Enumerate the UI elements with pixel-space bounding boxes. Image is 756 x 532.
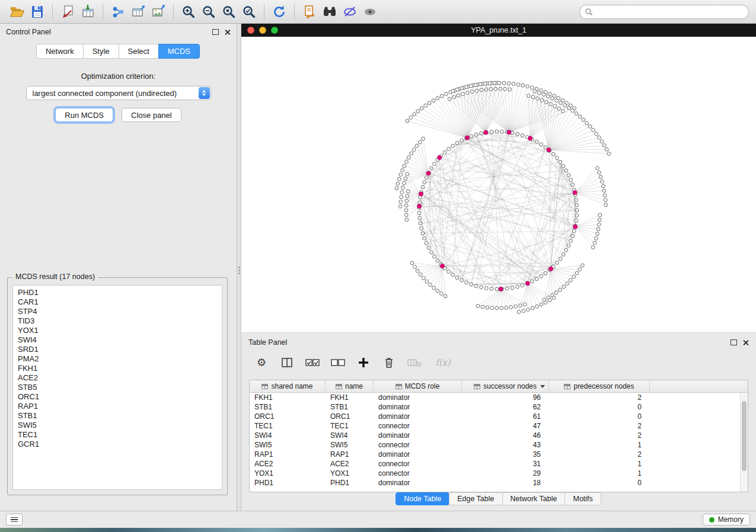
zoom-selected-button[interactable] <box>239 3 259 21</box>
delete-row-button[interactable] <box>382 355 396 370</box>
mcds-result-item[interactable]: FKH1 <box>13 364 222 373</box>
tab-mcds[interactable]: MCDS <box>158 44 200 59</box>
float-panel-icon[interactable] <box>212 29 219 35</box>
mcds-result-item[interactable]: PHD1 <box>13 288 222 297</box>
cell-MCDS-role: connector <box>374 469 462 477</box>
tab-style[interactable]: Style <box>83 44 119 59</box>
zoom-out-button[interactable] <box>199 3 219 21</box>
open-folder-button[interactable] <box>7 3 27 21</box>
column-header-shared-name[interactable]: shared name <box>250 380 326 392</box>
column-label: name <box>345 382 363 390</box>
search-box[interactable] <box>579 5 749 19</box>
optimization-criterion-dropdown[interactable]: largest connected component (undirected) <box>26 86 211 100</box>
search-input[interactable] <box>596 7 744 17</box>
show-columns-button[interactable] <box>280 355 294 370</box>
export-image-button[interactable] <box>148 3 168 21</box>
refresh-layout-button[interactable] <box>269 3 289 21</box>
mcds-result-item[interactable]: CAR1 <box>13 297 222 307</box>
table-row[interactable]: FKH1FKH1dominator962 <box>250 393 748 402</box>
tab-select[interactable]: Select <box>119 44 159 59</box>
cell-MCDS-role: dominator <box>374 393 462 402</box>
mcds-result-item[interactable]: STP4 <box>13 307 222 316</box>
mcds-result-item[interactable]: ACE2 <box>13 373 222 383</box>
tab-network[interactable]: Network <box>36 44 84 59</box>
run-mcds-button[interactable]: Run MCDS <box>55 108 113 122</box>
toolbar-separator <box>264 4 264 20</box>
memory-label: Memory <box>718 515 744 524</box>
mcds-result-item[interactable]: STB1 <box>13 411 222 421</box>
hide-table-button[interactable] <box>407 355 422 370</box>
find-button[interactable] <box>320 3 340 21</box>
cell-name: SWI5 <box>326 441 374 449</box>
close-table-panel-icon[interactable] <box>742 339 749 346</box>
share-document-button[interactable] <box>299 3 320 21</box>
deselect-all-button[interactable] <box>331 355 345 370</box>
cell-successor-nodes: 47 <box>462 422 549 430</box>
memory-button[interactable]: Memory <box>703 514 750 525</box>
close-panel-icon[interactable] <box>224 29 231 36</box>
panel-splitter[interactable] <box>237 24 241 511</box>
table-scrollbar[interactable] <box>740 393 748 492</box>
save-button[interactable] <box>27 3 47 21</box>
table-row[interactable]: SWI5SWI5connector431 <box>250 440 748 450</box>
add-row-button[interactable] <box>356 355 371 370</box>
table-settings-button[interactable]: ⚙ <box>254 355 269 370</box>
mcds-result-item[interactable]: ORC1 <box>13 392 222 402</box>
table-row[interactable]: YOX1YOX1connector291 <box>250 469 748 478</box>
column-header-name[interactable]: name <box>326 380 374 392</box>
table-scrollbar-thumb[interactable] <box>742 401 747 471</box>
status-menu-button[interactable] <box>6 514 23 525</box>
zoom-in-button[interactable] <box>178 3 199 21</box>
tab-network-table[interactable]: Network Table <box>502 492 566 505</box>
import-network-icon <box>60 4 75 20</box>
network-graph-svg <box>241 37 756 332</box>
cell-name: TEC1 <box>326 422 374 430</box>
zoom-selected-icon <box>241 4 257 20</box>
import-network-button[interactable] <box>58 3 78 21</box>
mcds-result-item[interactable]: RAP1 <box>13 402 222 411</box>
column-header-successor-nodes[interactable]: successor nodes <box>462 380 549 392</box>
mcds-result-list[interactable]: PHD1CAR1STP4TID3YOX1SWI4SRD1PMA2FKH1ACE2… <box>12 285 222 490</box>
table-row[interactable]: SWI4SWI4dominator462 <box>250 431 748 440</box>
toolbar-separator <box>294 4 295 20</box>
hide-button[interactable] <box>340 3 360 21</box>
tab-node-table[interactable]: Node Table <box>395 492 449 505</box>
import-table-button[interactable] <box>78 3 98 21</box>
float-table-panel-icon[interactable] <box>731 339 737 345</box>
column-header-predecessor-nodes[interactable]: predecessor nodes <box>549 380 650 392</box>
mcds-result-item[interactable]: TEC1 <box>13 430 222 440</box>
mcds-result-item[interactable]: SWI5 <box>13 421 222 430</box>
network-canvas[interactable] <box>241 37 756 332</box>
table-row[interactable]: RAP1RAP1dominator352 <box>250 450 748 459</box>
mcds-result-item[interactable]: YOX1 <box>13 326 222 335</box>
cell-MCDS-role: dominator <box>374 450 462 459</box>
column-label: successor nodes <box>483 382 537 390</box>
export-table-button[interactable] <box>128 3 148 21</box>
mcds-result-item[interactable]: TID3 <box>13 316 222 326</box>
column-header-MCDS-role[interactable]: MCDS role <box>374 380 462 392</box>
mcds-result-item[interactable]: SRD1 <box>13 345 222 354</box>
show-button[interactable] <box>360 3 380 21</box>
table-toolbar: ⚙ <box>241 350 756 375</box>
table-row[interactable]: ORC1ORC1dominator610 <box>250 412 748 421</box>
mcds-result-item[interactable]: SWI4 <box>13 335 222 345</box>
function-builder-button[interactable]: f(x) <box>433 355 453 370</box>
dropdown-stepper-icon <box>199 87 210 99</box>
select-all-button[interactable] <box>305 355 320 370</box>
tab-edge-table[interactable]: Edge Table <box>449 492 502 505</box>
cell-successor-nodes: 35 <box>462 450 549 459</box>
table-row[interactable]: STB1STB1dominator620 <box>250 402 748 412</box>
table-row[interactable]: PHD1PHD1dominator180 <box>250 478 748 488</box>
splitter-handle-icon <box>238 265 240 275</box>
network-window-titlebar[interactable]: YPA_prune.txt_1 <box>241 24 756 37</box>
mcds-result-item[interactable]: GCR1 <box>13 440 222 449</box>
mcds-result-item[interactable]: PMA2 <box>13 354 222 364</box>
table-row[interactable]: ACE2ACE2connector311 <box>250 459 748 469</box>
column-grid-icon <box>564 384 570 389</box>
zoom-fit-button[interactable] <box>219 3 239 21</box>
mcds-result-item[interactable]: STB5 <box>13 383 222 392</box>
table-row[interactable]: TEC1TEC1connector472 <box>250 421 748 431</box>
export-network-button[interactable] <box>108 3 128 21</box>
tab-motifs[interactable]: Motifs <box>564 492 601 505</box>
close-panel-button[interactable]: Close panel <box>122 108 181 122</box>
